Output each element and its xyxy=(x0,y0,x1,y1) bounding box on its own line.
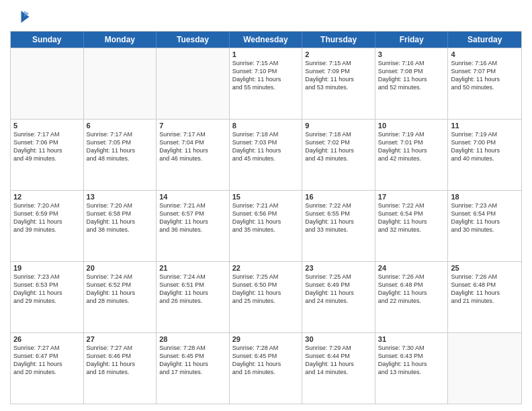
cal-cell-day-7: 7Sunrise: 7:17 AM Sunset: 7:04 PM Daylig… xyxy=(157,120,230,190)
cal-cell-empty-r0-c0 xyxy=(11,48,84,119)
cal-cell-day-14: 14Sunrise: 7:21 AM Sunset: 6:57 PM Dayli… xyxy=(157,191,230,261)
cell-details: Sunrise: 7:18 AM Sunset: 7:02 PM Dayligh… xyxy=(305,130,372,163)
cell-details: Sunrise: 7:16 AM Sunset: 7:07 PM Dayligh… xyxy=(451,59,519,92)
day-number: 31 xyxy=(378,335,445,343)
cell-details: Sunrise: 7:26 AM Sunset: 6:48 PM Dayligh… xyxy=(378,273,445,306)
cal-cell-day-5: 5Sunrise: 7:17 AM Sunset: 7:06 PM Daylig… xyxy=(11,120,84,190)
cal-cell-day-21: 21Sunrise: 7:24 AM Sunset: 6:51 PM Dayli… xyxy=(157,262,230,332)
cal-cell-day-13: 13Sunrise: 7:20 AM Sunset: 6:58 PM Dayli… xyxy=(84,191,157,261)
day-number: 5 xyxy=(13,122,81,130)
calendar-header: SundayMondayTuesdayWednesdayThursdayFrid… xyxy=(11,32,521,48)
weekday-header-friday: Friday xyxy=(375,32,449,48)
day-number: 1 xyxy=(232,50,300,58)
cal-cell-day-4: 4Sunrise: 7:16 AM Sunset: 7:07 PM Daylig… xyxy=(448,48,521,119)
day-number: 13 xyxy=(87,193,154,201)
day-number: 27 xyxy=(87,335,154,343)
calendar-row-1: 1Sunrise: 7:15 AM Sunset: 7:10 PM Daylig… xyxy=(11,48,521,119)
cal-cell-day-2: 2Sunrise: 7:15 AM Sunset: 7:09 PM Daylig… xyxy=(302,48,375,119)
cell-details: Sunrise: 7:17 AM Sunset: 7:06 PM Dayligh… xyxy=(13,130,81,163)
cal-cell-day-12: 12Sunrise: 7:20 AM Sunset: 6:59 PM Dayli… xyxy=(11,191,84,261)
day-number: 20 xyxy=(87,264,154,272)
weekday-header-sunday: Sunday xyxy=(11,32,84,48)
cal-cell-day-10: 10Sunrise: 7:19 AM Sunset: 7:01 PM Dayli… xyxy=(375,120,449,190)
cell-details: Sunrise: 7:17 AM Sunset: 7:04 PM Dayligh… xyxy=(159,130,226,163)
weekday-header-monday: Monday xyxy=(84,32,157,48)
day-number: 21 xyxy=(159,264,226,272)
day-number: 14 xyxy=(159,193,226,201)
cal-cell-day-29: 29Sunrise: 7:28 AM Sunset: 6:45 PM Dayli… xyxy=(230,333,303,404)
cal-cell-day-31: 31Sunrise: 7:30 AM Sunset: 6:43 PM Dayli… xyxy=(375,333,449,404)
cal-cell-day-22: 22Sunrise: 7:25 AM Sunset: 6:50 PM Dayli… xyxy=(230,262,303,332)
cal-cell-day-18: 18Sunrise: 7:23 AM Sunset: 6:54 PM Dayli… xyxy=(448,191,521,261)
cal-cell-day-17: 17Sunrise: 7:22 AM Sunset: 6:54 PM Dayli… xyxy=(375,191,449,261)
cal-cell-day-27: 27Sunrise: 7:27 AM Sunset: 6:46 PM Dayli… xyxy=(84,333,157,404)
day-number: 4 xyxy=(451,50,519,58)
day-number: 30 xyxy=(305,335,372,343)
calendar-row-2: 5Sunrise: 7:17 AM Sunset: 7:06 PM Daylig… xyxy=(11,119,521,190)
cal-cell-empty-r0-c2 xyxy=(157,48,230,119)
weekday-header-tuesday: Tuesday xyxy=(157,32,230,48)
cal-cell-day-16: 16Sunrise: 7:22 AM Sunset: 6:55 PM Dayli… xyxy=(302,191,375,261)
cell-details: Sunrise: 7:26 AM Sunset: 6:48 PM Dayligh… xyxy=(451,273,519,306)
cal-cell-day-1: 1Sunrise: 7:15 AM Sunset: 7:10 PM Daylig… xyxy=(230,48,303,119)
cal-cell-day-9: 9Sunrise: 7:18 AM Sunset: 7:02 PM Daylig… xyxy=(302,120,375,190)
cell-details: Sunrise: 7:23 AM Sunset: 6:53 PM Dayligh… xyxy=(13,273,81,306)
cell-details: Sunrise: 7:21 AM Sunset: 6:57 PM Dayligh… xyxy=(159,201,226,234)
cell-details: Sunrise: 7:20 AM Sunset: 6:59 PM Dayligh… xyxy=(13,201,81,234)
cell-details: Sunrise: 7:19 AM Sunset: 7:00 PM Dayligh… xyxy=(451,130,519,163)
cell-details: Sunrise: 7:27 AM Sunset: 6:47 PM Dayligh… xyxy=(13,344,81,377)
day-number: 16 xyxy=(305,193,372,201)
cell-details: Sunrise: 7:25 AM Sunset: 6:50 PM Dayligh… xyxy=(232,273,300,306)
cell-details: Sunrise: 7:18 AM Sunset: 7:03 PM Dayligh… xyxy=(232,130,300,163)
cell-details: Sunrise: 7:27 AM Sunset: 6:46 PM Dayligh… xyxy=(87,344,154,377)
day-number: 17 xyxy=(378,193,445,201)
cal-cell-day-26: 26Sunrise: 7:27 AM Sunset: 6:47 PM Dayli… xyxy=(11,333,84,404)
day-number: 2 xyxy=(305,50,372,58)
cal-cell-day-19: 19Sunrise: 7:23 AM Sunset: 6:53 PM Dayli… xyxy=(11,262,84,332)
cell-details: Sunrise: 7:20 AM Sunset: 6:58 PM Dayligh… xyxy=(87,201,154,234)
cal-cell-day-3: 3Sunrise: 7:16 AM Sunset: 7:08 PM Daylig… xyxy=(375,48,449,119)
cell-details: Sunrise: 7:25 AM Sunset: 6:49 PM Dayligh… xyxy=(305,273,372,306)
cal-cell-day-15: 15Sunrise: 7:21 AM Sunset: 6:56 PM Dayli… xyxy=(230,191,303,261)
day-number: 3 xyxy=(378,50,445,58)
day-number: 29 xyxy=(232,335,300,343)
day-number: 7 xyxy=(159,122,226,130)
weekday-header-thursday: Thursday xyxy=(302,32,375,48)
cal-cell-day-6: 6Sunrise: 7:17 AM Sunset: 7:05 PM Daylig… xyxy=(84,120,157,190)
cal-cell-day-8: 8Sunrise: 7:18 AM Sunset: 7:03 PM Daylig… xyxy=(230,120,303,190)
calendar-row-3: 12Sunrise: 7:20 AM Sunset: 6:59 PM Dayli… xyxy=(11,190,521,261)
cell-details: Sunrise: 7:16 AM Sunset: 7:08 PM Dayligh… xyxy=(378,59,445,92)
day-number: 26 xyxy=(13,335,81,343)
day-number: 6 xyxy=(87,122,154,130)
day-number: 28 xyxy=(159,335,226,343)
day-number: 22 xyxy=(232,264,300,272)
cal-cell-day-25: 25Sunrise: 7:26 AM Sunset: 6:48 PM Dayli… xyxy=(448,262,521,332)
calendar-row-5: 26Sunrise: 7:27 AM Sunset: 6:47 PM Dayli… xyxy=(11,332,521,404)
weekday-header-saturday: Saturday xyxy=(448,32,521,48)
cal-cell-day-20: 20Sunrise: 7:24 AM Sunset: 6:52 PM Dayli… xyxy=(84,262,157,332)
cell-details: Sunrise: 7:22 AM Sunset: 6:54 PM Dayligh… xyxy=(378,201,445,234)
day-number: 23 xyxy=(305,264,372,272)
cell-details: Sunrise: 7:17 AM Sunset: 7:05 PM Dayligh… xyxy=(87,130,154,163)
calendar: SundayMondayTuesdayWednesdayThursdayFrid… xyxy=(10,31,522,404)
day-number: 25 xyxy=(451,264,519,272)
cell-details: Sunrise: 7:22 AM Sunset: 6:55 PM Dayligh… xyxy=(305,201,372,234)
calendar-body: 1Sunrise: 7:15 AM Sunset: 7:10 PM Daylig… xyxy=(11,48,521,404)
cal-cell-day-23: 23Sunrise: 7:25 AM Sunset: 6:49 PM Dayli… xyxy=(302,262,375,332)
day-number: 12 xyxy=(13,193,81,201)
cell-details: Sunrise: 7:21 AM Sunset: 6:56 PM Dayligh… xyxy=(232,201,300,234)
cell-details: Sunrise: 7:23 AM Sunset: 6:54 PM Dayligh… xyxy=(451,201,519,234)
cell-details: Sunrise: 7:19 AM Sunset: 7:01 PM Dayligh… xyxy=(378,130,445,163)
cell-details: Sunrise: 7:24 AM Sunset: 6:51 PM Dayligh… xyxy=(159,273,226,306)
day-number: 18 xyxy=(451,193,519,201)
cell-details: Sunrise: 7:15 AM Sunset: 7:10 PM Dayligh… xyxy=(232,59,300,92)
day-number: 19 xyxy=(13,264,81,272)
cal-cell-day-24: 24Sunrise: 7:26 AM Sunset: 6:48 PM Dayli… xyxy=(375,262,449,332)
page: SundayMondayTuesdayWednesdayThursdayFrid… xyxy=(0,0,532,411)
logo-icon xyxy=(10,7,30,27)
cell-details: Sunrise: 7:15 AM Sunset: 7:09 PM Dayligh… xyxy=(305,59,372,92)
cal-cell-day-28: 28Sunrise: 7:28 AM Sunset: 6:45 PM Dayli… xyxy=(157,333,230,404)
cal-cell-day-11: 11Sunrise: 7:19 AM Sunset: 7:00 PM Dayli… xyxy=(448,120,521,190)
cell-details: Sunrise: 7:30 AM Sunset: 6:43 PM Dayligh… xyxy=(378,344,445,377)
day-number: 15 xyxy=(232,193,300,201)
